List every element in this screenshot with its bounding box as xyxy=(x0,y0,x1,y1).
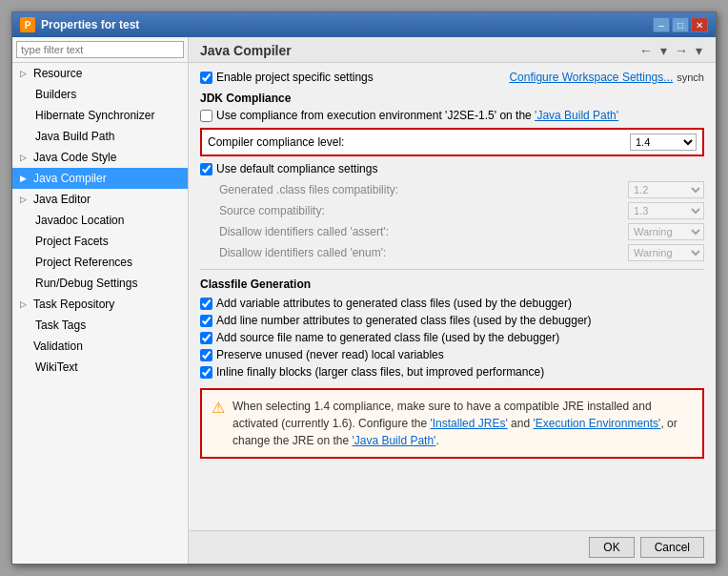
warning-box: ⚠ When selecting 1.4 compliance, make su… xyxy=(200,388,704,459)
cb2-row: Add line number attributes to generated … xyxy=(200,312,704,329)
nav-dropdown-button[interactable]: ▾ xyxy=(658,43,669,58)
sidebar-item-label: Java Build Path xyxy=(35,128,114,145)
settings-grid: Generated .class files compatibility: 1.… xyxy=(219,179,704,263)
nav-back-button[interactable]: ← xyxy=(637,43,655,58)
title-bar: P Properties for test – □ ✕ xyxy=(12,12,716,37)
sidebar-item-builders[interactable]: Builders xyxy=(12,84,188,105)
ok-button[interactable]: OK xyxy=(589,537,634,558)
use-default-label[interactable]: Use default compliance settings xyxy=(200,162,377,175)
sidebar-item-java-compiler[interactable]: ▶ Java Compiler xyxy=(12,168,188,189)
cb3-label: Add source file name to generated class … xyxy=(216,331,559,344)
enable-label-text: Enable project specific settings xyxy=(216,71,374,84)
cb3-checkbox[interactable] xyxy=(200,332,212,344)
sidebar-item-label: Resource xyxy=(33,65,82,82)
sidebar-item-label: Builders xyxy=(35,86,76,103)
generated-class-row: Generated .class files compatibility: 1.… xyxy=(219,179,704,200)
cb1-checkbox[interactable] xyxy=(200,298,212,310)
source-compat-label: Source compatibility: xyxy=(219,204,628,217)
title-bar-left: P Properties for test xyxy=(20,17,139,32)
use-compliance-row: Use compliance from execution environmen… xyxy=(200,109,704,122)
use-compliance-text: Use compliance from execution environmen… xyxy=(216,109,618,122)
cb5-label: Inline finally blocks (larger class file… xyxy=(216,365,544,379)
sidebar-item-label: Javadoc Location xyxy=(35,212,124,229)
minimize-button[interactable]: – xyxy=(653,17,670,32)
section-separator xyxy=(200,269,704,270)
use-default-checkbox[interactable] xyxy=(200,163,212,175)
sidebar-item-java-editor[interactable]: ▷ Java Editor xyxy=(12,189,188,210)
disallow-enum-select[interactable]: Warning xyxy=(628,244,704,261)
sidebar-item-task-repository[interactable]: ▷ Task Repository xyxy=(12,294,188,315)
synch-text: synch xyxy=(677,72,704,83)
configure-workspace-link[interactable]: Configure Workspace Settings... xyxy=(509,71,673,84)
jdk-section-title: JDK Compliance xyxy=(200,92,704,105)
sidebar-item-label: Project References xyxy=(35,254,132,271)
sidebar-item-resource[interactable]: ▷ Resource xyxy=(12,63,188,84)
disallow-assert-row: Disallow identifiers called 'assert': Wa… xyxy=(219,221,704,242)
installed-jres-link[interactable]: 'Installed JREs' xyxy=(430,417,507,430)
maximize-button[interactable]: □ xyxy=(672,17,689,32)
enable-project-settings-checkbox[interactable] xyxy=(200,72,212,84)
expand-arrow: ▷ xyxy=(20,191,31,208)
classfile-checkboxes: Add variable attributes to generated cla… xyxy=(200,295,704,381)
sidebar-item-hibernate[interactable]: Hibernate Synchronizer xyxy=(12,105,188,126)
generated-class-select[interactable]: 1.2 xyxy=(628,181,704,198)
source-compat-select[interactable]: 1.3 xyxy=(628,202,704,219)
expand-arrow: ▷ xyxy=(20,65,31,82)
nav-dropdown2-button[interactable]: ▾ xyxy=(694,43,704,58)
right-panel: Java Compiler ← ▾ → ▾ Enable project spe… xyxy=(189,37,716,564)
close-button[interactable]: ✕ xyxy=(691,17,708,32)
cb5-row: Inline finally blocks (larger class file… xyxy=(200,363,704,381)
sidebar-item-label: Validation xyxy=(33,338,83,355)
enable-section-row: Enable project specific settings Configu… xyxy=(200,71,704,84)
cb1-label: Add variable attributes to generated cla… xyxy=(216,297,572,310)
use-default-text: Use default compliance settings xyxy=(216,162,377,175)
disallow-assert-label: Disallow identifiers called 'assert': xyxy=(219,225,628,238)
sidebar: ▷ Resource Builders Hibernate Synchroniz… xyxy=(12,37,189,564)
panel-header: Java Compiler ← ▾ → ▾ xyxy=(189,37,716,63)
sidebar-item-label: Project Facets xyxy=(35,233,109,250)
window-title: Properties for test xyxy=(41,18,139,31)
sidebar-item-task-tags[interactable]: Task Tags xyxy=(12,315,188,336)
panel-body: Enable project specific settings Configu… xyxy=(189,63,716,530)
title-controls: – □ ✕ xyxy=(653,17,708,32)
sidebar-item-project-references[interactable]: Project References xyxy=(12,252,188,273)
execution-environments-link[interactable]: 'Execution Environments' xyxy=(533,417,660,430)
disallow-assert-select[interactable]: Warning xyxy=(628,223,704,240)
warning-text-2: and xyxy=(508,417,534,430)
default-compliance-row: Use default compliance settings xyxy=(200,162,704,175)
cb4-label: Preserve unused (never read) local varia… xyxy=(216,348,444,361)
filter-input[interactable] xyxy=(16,41,184,58)
cb4-checkbox[interactable] xyxy=(200,349,212,361)
enable-checkbox-label[interactable]: Enable project specific settings xyxy=(200,71,374,84)
sidebar-item-label: Task Repository xyxy=(33,296,114,313)
cb5-checkbox[interactable] xyxy=(200,366,212,379)
sidebar-item-javadoc[interactable]: Javadoc Location xyxy=(12,210,188,231)
cb2-checkbox[interactable] xyxy=(200,315,212,327)
cb3-row: Add source file name to generated class … xyxy=(200,329,704,346)
properties-window: P Properties for test – □ ✕ ▷ Resource B… xyxy=(11,11,717,565)
nav-forward-button[interactable]: → xyxy=(673,43,690,58)
use-compliance-checkbox[interactable] xyxy=(200,110,212,122)
compiler-compliance-select[interactable]: 1.4 1.5 1.6 1.7 xyxy=(630,134,697,151)
window-icon: P xyxy=(20,17,35,32)
main-content: ▷ Resource Builders Hibernate Synchroniz… xyxy=(12,37,716,564)
java-build-path-link2[interactable]: 'Java Build Path' xyxy=(352,434,435,447)
sidebar-item-java-build-path[interactable]: Java Build Path xyxy=(12,126,188,147)
sidebar-item-validation[interactable]: ▷ Validation xyxy=(12,336,188,357)
source-compat-row: Source compatibility: 1.3 xyxy=(219,200,704,221)
compiler-compliance-label: Compiler compliance level: xyxy=(208,135,630,149)
sidebar-item-wikitext[interactable]: WikiText xyxy=(12,357,188,378)
expand-arrow: ▶ xyxy=(20,170,31,187)
sidebar-item-java-code-style[interactable]: ▷ Java Code Style xyxy=(12,147,188,168)
panel-nav: ← ▾ → ▾ xyxy=(637,43,704,58)
cancel-button[interactable]: Cancel xyxy=(640,537,704,558)
compiler-compliance-row: Compiler compliance level: 1.4 1.5 1.6 1… xyxy=(200,128,704,156)
sidebar-item-project-facets[interactable]: Project Facets xyxy=(12,231,188,252)
sidebar-item-label: Java Compiler xyxy=(33,170,107,187)
warning-text-4: . xyxy=(435,434,438,447)
sidebar-item-label: Java Editor xyxy=(33,191,91,208)
sidebar-item-label: WikiText xyxy=(35,359,78,376)
sidebar-item-run-debug[interactable]: Run/Debug Settings xyxy=(12,273,188,294)
java-build-path-link[interactable]: 'Java Build Path' xyxy=(535,109,618,122)
use-compliance-label[interactable]: Use compliance from execution environmen… xyxy=(200,109,618,122)
